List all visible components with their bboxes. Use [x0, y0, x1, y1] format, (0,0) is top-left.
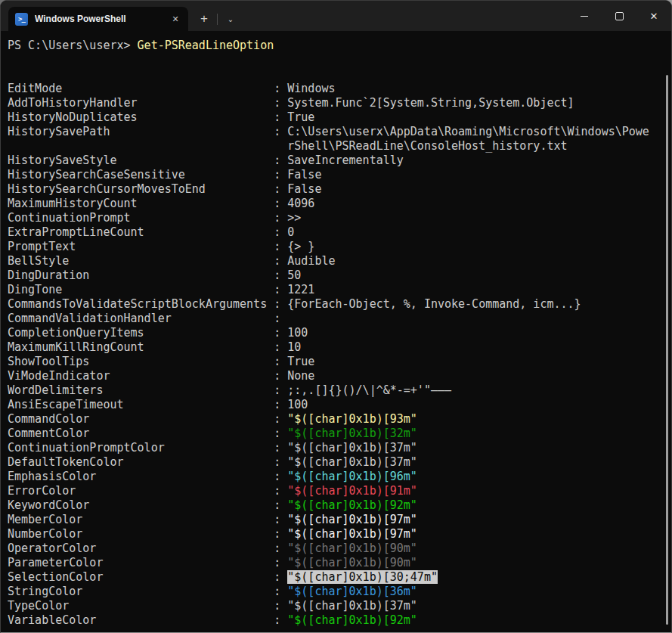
property-name: ShowToolTips :: [8, 355, 287, 368]
property-name: ContinuationPromptColor :: [8, 441, 287, 455]
output-line-wrap: rShell\PSReadLine\ConsoleHost_history.tx…: [8, 139, 671, 154]
property-value: False: [287, 168, 321, 182]
output-line: EmphasisColor : "$([char]0x1b)[96m": [8, 470, 671, 484]
property-name: ExtraPromptLineCount :: [8, 225, 287, 239]
output-line: TypeColor : "$([char]0x1b)[37m": [8, 599, 671, 613]
property-value: 0: [287, 225, 294, 239]
property-value: >>: [287, 211, 301, 225]
property-name: NumberColor :: [8, 527, 287, 541]
property-value: "$([char]0x1b)[91m": [287, 484, 417, 498]
property-value: 1221: [287, 283, 314, 296]
property-name: ViModeIndicator :: [8, 369, 287, 383]
property-value: {> }: [287, 240, 314, 253]
output-line: AnsiEscapeTimeout : 100: [8, 398, 671, 412]
property-name: OperatorColor :: [8, 541, 287, 555]
property-name: CommandValidationHandler :: [8, 312, 287, 325]
output-line: EditMode : Windows: [8, 82, 671, 96]
property-value: 50: [287, 268, 301, 282]
property-value: System.Func`2[System.String,System.Objec…: [287, 96, 574, 110]
property-name: SelectionColor :: [8, 570, 287, 584]
minimize-icon: [581, 16, 588, 17]
output-line: HistoryNoDuplicates : True: [8, 110, 671, 125]
terminal-content[interactable]: PS C:\Users\userx> Get-PSReadLineOption …: [1, 31, 671, 632]
property-value: False: [287, 182, 321, 196]
property-name: HistorySearchCaseSensitive :: [8, 168, 287, 182]
property-name: MaximumHistoryCount :: [8, 197, 287, 210]
output-line: MaximumHistoryCount : 4096: [8, 197, 671, 211]
property-name: CompletionQueryItems :: [8, 326, 287, 340]
output-line: DingDuration : 50: [8, 268, 671, 283]
property-name: KeywordColor :: [8, 498, 287, 512]
property-value: "$([char]0x1b)[30;47m": [287, 570, 438, 584]
property-value: Windows: [287, 82, 335, 95]
property-value: True: [287, 110, 314, 124]
output-line: HistorySearchCursorMovesToEnd : False: [8, 182, 671, 197]
titlebar[interactable]: >_ Windows PowerShell ✕ + ⌄ ✕: [1, 1, 671, 31]
output-line: ParameterColor : "$([char]0x1b)[90m": [8, 556, 671, 570]
output-line: HistorySavePath : C:\Users\userx\AppData…: [8, 125, 671, 139]
output-line: ShowToolTips : True: [8, 355, 671, 369]
property-value: C:\Users\userx\AppData\Roaming\Microsoft…: [287, 125, 649, 138]
property-value: "$([char]0x1b)[93m": [287, 412, 417, 426]
output-line: WordDelimiters : ;:,.[]{}()/\|^&*-=+'"–—…: [8, 383, 671, 398]
minimize-button[interactable]: [567, 1, 602, 31]
property-value: "$([char]0x1b)[96m": [287, 470, 417, 483]
powershell-icon: >_: [15, 13, 28, 26]
property-name: MemberColor :: [8, 513, 287, 526]
close-button[interactable]: ✕: [636, 1, 671, 31]
property-name: DingTone :: [8, 283, 287, 296]
property-value: Audible: [287, 254, 335, 268]
terminal-output: EditMode : WindowsAddToHistoryHandler : …: [8, 82, 671, 628]
property-value: 100: [287, 398, 308, 411]
tab-dropdown-button[interactable]: ⌄: [219, 9, 242, 29]
property-name: ParameterColor :: [8, 556, 287, 569]
property-name: DefaultTokenColor :: [8, 455, 287, 469]
terminal-window: >_ Windows PowerShell ✕ + ⌄ ✕ PS C:\User…: [0, 0, 672, 633]
output-line: ViModeIndicator : None: [8, 369, 671, 383]
property-name: TypeColor :: [8, 599, 287, 613]
property-value: "$([char]0x1b)[37m": [287, 441, 417, 455]
property-value: "$([char]0x1b)[97m": [287, 527, 417, 541]
prompt-path: PS C:\Users\userx>: [8, 39, 138, 52]
blank-line: [8, 67, 671, 82]
output-line: AddToHistoryHandler : System.Func`2[Syst…: [8, 96, 671, 110]
property-value: "$([char]0x1b)[32m": [287, 427, 417, 440]
prompt-line: PS C:\Users\userx> Get-PSReadLineOption: [8, 39, 671, 53]
new-tab-button[interactable]: +: [193, 9, 215, 29]
property-value: 4096: [287, 197, 314, 210]
output-line: HistorySaveStyle : SaveIncrementally: [8, 154, 671, 168]
output-line: ExtraPromptLineCount : 0: [8, 225, 671, 240]
output-line: NumberColor : "$([char]0x1b)[97m": [8, 527, 671, 541]
property-value: 10: [287, 340, 301, 354]
property-value: True: [287, 355, 314, 368]
property-value: "$([char]0x1b)[92m": [287, 613, 417, 627]
property-value: "$([char]0x1b)[92m": [287, 498, 417, 512]
property-name: MaximumKillRingCount :: [8, 340, 287, 354]
property-name: PromptText :: [8, 240, 287, 253]
property-name: HistorySavePath :: [8, 125, 287, 138]
property-name: VariableColor :: [8, 613, 287, 627]
output-line: CommandValidationHandler :: [8, 312, 671, 326]
tab-close-icon[interactable]: ✕: [169, 12, 182, 26]
typed-command: Get-PSReadLineOption: [138, 39, 274, 52]
output-line: CommandsToValidateScriptBlockArguments :…: [8, 297, 671, 312]
property-name: ErrorColor :: [8, 484, 287, 498]
maximize-button[interactable]: [602, 1, 636, 31]
property-name: EditMode :: [8, 82, 287, 95]
tab-windows-powershell[interactable]: >_ Windows PowerShell ✕: [8, 7, 188, 31]
output-line: ErrorColor : "$([char]0x1b)[91m": [8, 484, 671, 498]
output-line: DefaultTokenColor : "$([char]0x1b)[37m": [8, 455, 671, 470]
output-line: CommentColor : "$([char]0x1b)[32m": [8, 427, 671, 441]
scrollbar-thumb[interactable]: [666, 75, 668, 625]
property-value: "$([char]0x1b)[90m": [287, 556, 417, 569]
property-name: HistorySaveStyle :: [8, 154, 287, 167]
output-line: ContinuationPromptColor : "$([char]0x1b)…: [8, 441, 671, 455]
output-line: CommandColor : "$([char]0x1b)[93m": [8, 412, 671, 427]
output-line: CompletionQueryItems : 100: [8, 326, 671, 340]
output-line: BellStyle : Audible: [8, 254, 671, 268]
titlebar-drag-area[interactable]: [242, 1, 567, 31]
property-name: HistoryNoDuplicates :: [8, 110, 287, 124]
property-value: "$([char]0x1b)[37m": [287, 599, 417, 613]
property-name: BellStyle :: [8, 254, 287, 268]
output-line: KeywordColor : "$([char]0x1b)[92m": [8, 498, 671, 513]
